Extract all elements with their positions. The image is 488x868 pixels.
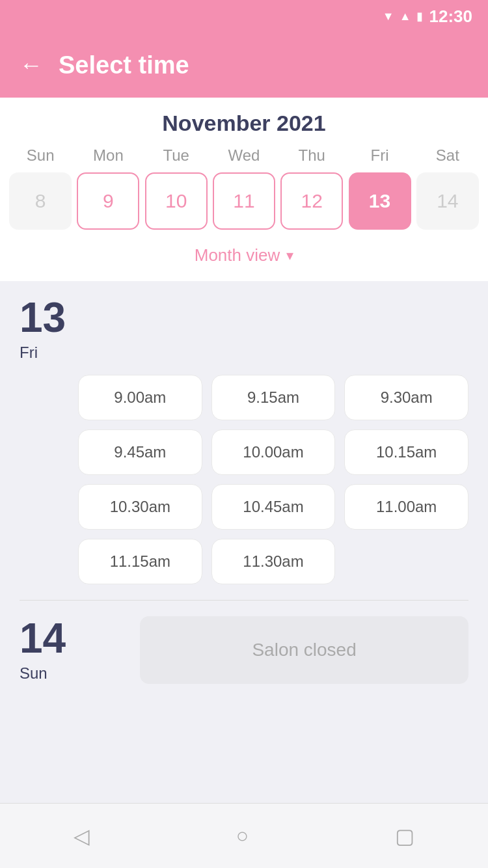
date-13[interactable]: 13 bbox=[349, 172, 411, 230]
time-slot-1000am[interactable]: 10.00am bbox=[211, 429, 336, 475]
date-14: 14 bbox=[416, 172, 479, 230]
salon-closed-label: Salon closed bbox=[140, 616, 468, 684]
header: ← Select time bbox=[0, 33, 488, 98]
day-14-inner: 14 Sun Salon closed bbox=[20, 616, 468, 684]
day-13-number: 13 bbox=[20, 297, 66, 338]
nav-recent-button[interactable]: ▢ bbox=[395, 824, 414, 848]
page-title: Select time bbox=[59, 51, 189, 79]
chevron-down-icon[interactable]: ▾ bbox=[286, 247, 293, 264]
day-14-block: 14 Sun Salon closed bbox=[0, 601, 488, 699]
day-13-slots-grid: 9.00am 9.15am 9.30am 9.45am 10.00am 10.1… bbox=[78, 375, 468, 584]
date-11[interactable]: 11 bbox=[213, 172, 275, 230]
weekday-wed: Wed bbox=[213, 146, 275, 165]
time-slot-1015am[interactable]: 10.15am bbox=[344, 429, 468, 475]
status-bar: ▼ ▲ ▮ 12:30 bbox=[0, 0, 488, 33]
day-14-number: 14 bbox=[20, 617, 66, 659]
month-view-label[interactable]: Month view bbox=[195, 245, 280, 265]
nav-back-button[interactable]: ◁ bbox=[74, 824, 90, 848]
date-8: 8 bbox=[9, 172, 72, 230]
weekday-sun: Sun bbox=[9, 146, 72, 165]
signal-icon: ▲ bbox=[400, 10, 411, 23]
time-slot-1045am[interactable]: 10.45am bbox=[211, 484, 336, 530]
time-slot-1130am[interactable]: 11.30am bbox=[211, 539, 336, 584]
status-icons: ▼ ▲ ▮ bbox=[383, 9, 423, 23]
date-9[interactable]: 9 bbox=[77, 172, 139, 230]
month-view-row[interactable]: Month view ▾ bbox=[0, 239, 488, 275]
weekday-tue: Tue bbox=[145, 146, 208, 165]
time-slot-900am[interactable]: 9.00am bbox=[78, 375, 202, 420]
time-slot-1100am[interactable]: 11.00am bbox=[344, 484, 468, 530]
back-button[interactable]: ← bbox=[20, 51, 43, 79]
month-year-label: November 2021 bbox=[0, 111, 488, 136]
day-13-name: Fri bbox=[20, 344, 66, 362]
slots-section: 13 Fri 9.00am 9.15am 9.30am 9.45am 10.00… bbox=[0, 281, 488, 803]
weekday-sat: Sat bbox=[416, 146, 479, 165]
nav-home-button[interactable]: ○ bbox=[236, 824, 249, 848]
time-slot-1115am[interactable]: 11.15am bbox=[78, 539, 202, 584]
battery-icon: ▮ bbox=[416, 9, 423, 23]
wifi-icon: ▼ bbox=[383, 10, 394, 23]
time-slot-1030am[interactable]: 10.30am bbox=[78, 484, 202, 530]
dates-row: 8 9 10 11 12 13 14 bbox=[0, 172, 488, 230]
day-14-name: Sun bbox=[20, 664, 66, 683]
time-slot-930am[interactable]: 9.30am bbox=[344, 375, 468, 420]
status-time: 12:30 bbox=[429, 7, 473, 27]
day-13-block: 13 Fri 9.00am 9.15am 9.30am 9.45am 10.00… bbox=[0, 281, 488, 600]
day-14-info: 14 Sun bbox=[20, 617, 66, 683]
day-13-header: 13 Fri bbox=[20, 297, 468, 362]
time-slot-915am[interactable]: 9.15am bbox=[211, 375, 336, 420]
weekday-fri: Fri bbox=[349, 146, 411, 165]
time-slot-945am[interactable]: 9.45am bbox=[78, 429, 202, 475]
calendar-section: November 2021 Sun Mon Tue Wed Thu Fri Sa… bbox=[0, 98, 488, 281]
day-13-info: 13 Fri bbox=[20, 297, 66, 362]
weekday-thu: Thu bbox=[280, 146, 343, 165]
bottom-nav: ◁ ○ ▢ bbox=[0, 803, 488, 868]
date-10[interactable]: 10 bbox=[145, 172, 208, 230]
date-12[interactable]: 12 bbox=[280, 172, 343, 230]
weekday-mon: Mon bbox=[77, 146, 139, 165]
weekday-row: Sun Mon Tue Wed Thu Fri Sat bbox=[0, 146, 488, 165]
